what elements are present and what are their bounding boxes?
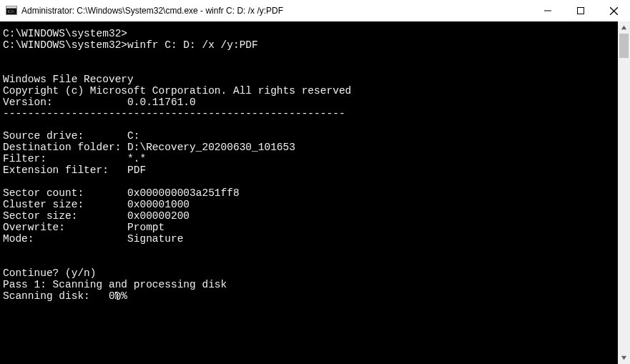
terminal-line: Copyright (c) Microsoft Corporation. All… [3, 85, 351, 97]
content-area: C:\WINDOWS\system32> C:\WINDOWS\system32… [0, 21, 630, 364]
maximize-button[interactable] [564, 0, 597, 21]
terminal-line: Overwrite: Prompt [3, 222, 164, 233]
terminal-line: ----------------------------------------… [3, 108, 345, 119]
terminal-line: Continue? (y/n) [3, 267, 97, 279]
terminal-line: Filter: *.* [3, 153, 146, 164]
terminal-line: Extension filter: PDF [3, 164, 146, 176]
window-controls [531, 0, 630, 21]
close-button[interactable] [597, 0, 630, 21]
cmd-icon: C:\ [6, 5, 17, 16]
svg-marker-8 [621, 356, 626, 360]
minimize-button[interactable] [531, 0, 564, 21]
app-window: C:\ Administrator: C:\Windows\System32\c… [0, 0, 630, 364]
scan-line-prefix: Scanning disk: 0 [3, 290, 115, 302]
svg-text:C:\: C:\ [8, 9, 14, 14]
terminal-line: Cluster size: 0x00001000 [3, 199, 190, 210]
titlebar[interactable]: C:\ Administrator: C:\Windows\System32\c… [0, 0, 630, 21]
scrollbar-down-button[interactable] [618, 352, 630, 364]
terminal-line: Pass 1: Scanning and processing disk [3, 279, 227, 290]
scrollbar-thumb[interactable] [619, 34, 629, 58]
prompt-line: C:\WINDOWS\system32> [3, 28, 127, 39]
terminal[interactable]: C:\WINDOWS\system32> C:\WINDOWS\system32… [0, 21, 618, 364]
terminal-line: Source drive: C: [3, 130, 139, 142]
vertical-scrollbar[interactable] [618, 21, 630, 364]
terminal-line: Mode: Signature [3, 233, 183, 245]
terminal-line: Windows File Recovery [3, 74, 134, 85]
scan-line-suffix: % [121, 290, 127, 302]
scrollbar-up-button[interactable] [618, 21, 630, 34]
prompt-line: C:\WINDOWS\system32> [3, 39, 127, 51]
terminal-line: Sector count: 0x000000003a251ff8 [3, 187, 240, 199]
terminal-line: Destination folder: D:\Recovery_20200630… [3, 142, 295, 153]
svg-rect-4 [578, 8, 584, 14]
window-title: Administrator: C:\Windows\System32\cmd.e… [21, 6, 531, 16]
terminal-line: Sector size: 0x00000200 [3, 210, 190, 222]
terminal-cursor: 0 [115, 292, 122, 299]
terminal-line: Version: 0.0.11761.0 [3, 97, 196, 108]
svg-marker-7 [621, 26, 626, 29]
command-text: winfr C: D: /x /y:PDF [127, 39, 258, 51]
